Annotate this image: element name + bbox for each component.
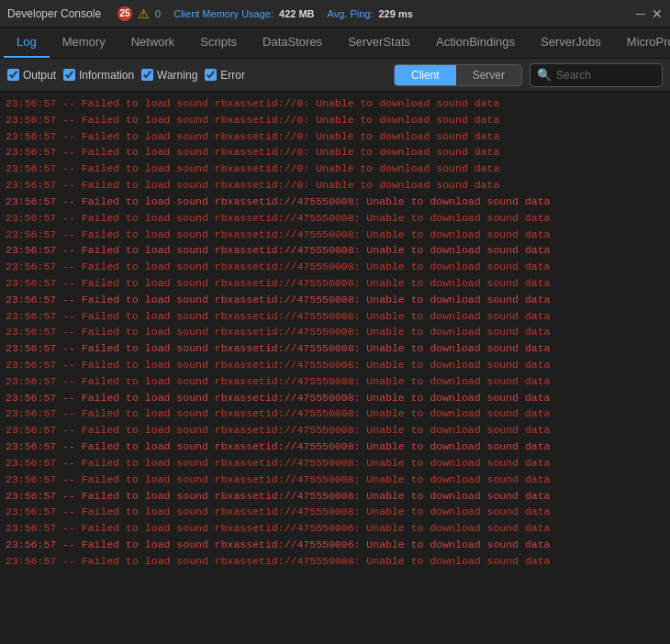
tab-memory[interactable]: Memory (50, 27, 118, 58)
title-bar-stats: 25 ⚠ 0 Client Memory Usage: 422 MB Avg. … (117, 6, 413, 21)
log-line: 23:56:57 -- Failed to load sound rbxasse… (6, 292, 664, 308)
memory-label: Client Memory Usage: (173, 8, 274, 19)
filter-warning[interactable]: Warning (141, 69, 197, 82)
log-line: 23:56:57 -- Failed to load sound rbxasse… (6, 308, 664, 325)
title-bar-title: Developer Console (7, 7, 101, 20)
log-line: 23:56:57 -- Failed to load sound rbxasse… (6, 373, 664, 390)
checkbox-warning[interactable] (141, 69, 153, 81)
minimize-button[interactable]: ─ (635, 8, 646, 19)
server-button[interactable]: Server (456, 65, 521, 85)
warn-icon: ⚠ (138, 6, 150, 21)
tab-serverjobs[interactable]: ServerJobs (528, 27, 614, 58)
log-line: 23:56:57 -- Failed to load sound rbxasse… (6, 242, 664, 259)
log-line: 23:56:57 -- Failed to load sound rbxasse… (6, 227, 664, 243)
log-line: 23:56:57 -- Failed to load sound rbxasse… (6, 210, 664, 227)
filter-output[interactable]: Output (7, 69, 56, 82)
close-button[interactable]: ✕ (652, 8, 663, 19)
ping-label: Avg. Ping: (328, 8, 374, 19)
log-line: 23:56:57 -- Failed to load sound rbxasse… (6, 439, 664, 455)
log-line: 23:56:57 -- Failed to load sound rbxasse… (6, 194, 664, 210)
log-line: 23:56:57 -- Failed to load sound rbxasse… (6, 553, 664, 570)
toolbar: OutputInformationWarningError Client Ser… (0, 59, 670, 92)
log-line: 23:56:57 -- Failed to load sound rbxasse… (6, 340, 664, 357)
checkbox-output[interactable] (7, 69, 19, 81)
log-line: 23:56:57 -- Failed to load sound rbxasse… (6, 520, 664, 537)
tab-log[interactable]: Log (4, 27, 50, 58)
log-line: 23:56:57 -- Failed to load sound rbxasse… (6, 177, 664, 194)
log-line: 23:56:57 -- Failed to load sound rbxasse… (6, 275, 664, 292)
log-line: 23:56:57 -- Failed to load sound rbxasse… (6, 422, 664, 439)
client-button[interactable]: Client (395, 65, 456, 85)
log-line: 23:56:57 -- Failed to load sound rbxasse… (6, 161, 664, 177)
filter-error[interactable]: Error (205, 69, 245, 82)
log-line: 23:56:57 -- Failed to load sound rbxasse… (6, 144, 664, 161)
tab-serverstats[interactable]: ServerStats (335, 27, 423, 58)
checkbox-error[interactable] (205, 69, 217, 81)
tab-scripts[interactable]: Scripts (187, 27, 250, 58)
log-line: 23:56:57 -- Failed to load sound rbxasse… (6, 259, 664, 275)
log-line: 23:56:57 -- Failed to load sound rbxasse… (6, 390, 664, 406)
search-box[interactable]: 🔍 (530, 63, 663, 87)
log-line: 23:56:57 -- Failed to load sound rbxasse… (6, 504, 664, 520)
log-line: 23:56:57 -- Failed to load sound rbxasse… (6, 488, 664, 505)
log-line: 23:56:57 -- Failed to load sound rbxasse… (6, 405, 664, 422)
tab-network[interactable]: Network (118, 27, 188, 58)
nav-tabs: LogMemoryNetworkScriptsDataStoresServerS… (0, 28, 670, 59)
error-badge: 25 (117, 6, 132, 21)
log-line: 23:56:57 -- Failed to load sound rbxasse… (6, 128, 664, 145)
log-line: 23:56:57 -- Failed to load sound rbxasse… (6, 112, 664, 128)
checkbox-information[interactable] (63, 69, 75, 81)
log-area[interactable]: 23:56:57 -- Failed to load sound rbxasse… (0, 92, 670, 644)
log-line: 23:56:57 -- Failed to load sound rbxasse… (6, 95, 664, 112)
log-line: 23:56:57 -- Failed to load sound rbxasse… (6, 537, 664, 553)
filter-information[interactable]: Information (63, 69, 134, 82)
log-line: 23:56:57 -- Failed to load sound rbxasse… (6, 357, 664, 373)
log-line: 23:56:57 -- Failed to load sound rbxasse… (6, 472, 664, 488)
ping-value: 229 ms (379, 8, 413, 19)
warn-count: 0 (155, 8, 161, 19)
title-bar: Developer Console 25 ⚠ 0 Client Memory U… (0, 0, 670, 28)
log-line: 23:56:57 -- Failed to load sound rbxasse… (6, 455, 664, 472)
memory-value: 422 MB (279, 8, 315, 19)
search-input[interactable] (556, 69, 655, 82)
tab-actionbindings[interactable]: ActionBindings (423, 27, 528, 58)
log-line: 23:56:57 -- Failed to load sound rbxasse… (6, 324, 664, 340)
search-icon: 🔍 (537, 68, 552, 83)
client-server-toggle: Client Server (394, 64, 522, 86)
tab-microprofiler[interactable]: MicroProfiler (614, 27, 670, 58)
window-controls: ─ ✕ (635, 8, 663, 19)
tab-datastores[interactable]: DataStores (250, 27, 335, 58)
